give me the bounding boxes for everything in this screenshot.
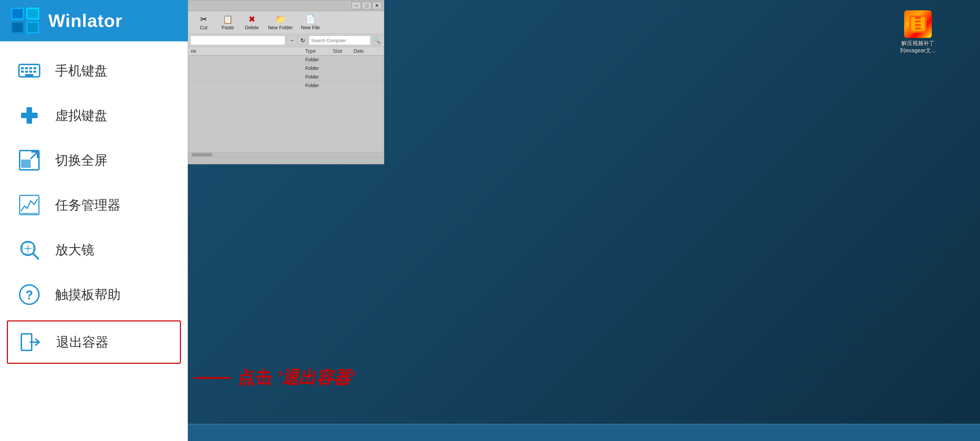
svg-rect-9 bbox=[21, 67, 24, 69]
svg-line-27 bbox=[33, 253, 38, 259]
sidebar-item-task-manager-label: 任务管理器 bbox=[55, 196, 121, 214]
sidebar-menu: 手机键盘 虚拟键盘 bbox=[0, 41, 188, 441]
table-row[interactable]: Folder bbox=[188, 64, 384, 73]
file-manager-toolbar: ✂ Cut 📋 Paste ✖ Delete 📁 New Folder 📄 Ne… bbox=[188, 11, 384, 34]
sidebar: Winlator bbox=[0, 0, 188, 441]
close-button[interactable]: ✕ bbox=[372, 2, 382, 9]
exit-icon bbox=[18, 330, 42, 354]
maximize-button[interactable]: □ bbox=[362, 2, 371, 9]
fullscreen-icon bbox=[17, 148, 41, 172]
sidebar-item-exit[interactable]: 退出容器 bbox=[7, 320, 181, 364]
svg-rect-40 bbox=[915, 27, 921, 29]
svg-rect-38 bbox=[915, 21, 921, 22]
sidebar-item-virtual-keyboard-label: 虚拟键盘 bbox=[55, 107, 108, 124]
archive-icon bbox=[904, 10, 932, 38]
app-title: Winlator bbox=[48, 10, 123, 31]
new-file-label: New File bbox=[301, 25, 320, 30]
svg-rect-14 bbox=[25, 71, 28, 73]
svg-rect-16 bbox=[33, 71, 36, 73]
svg-rect-11 bbox=[29, 67, 32, 69]
desktop: Winlator bbox=[0, 0, 980, 441]
sidebar-item-keyboard-label: 手机键盘 bbox=[55, 62, 108, 80]
paste-label: Paste bbox=[221, 25, 234, 30]
scrollbar-thumb[interactable] bbox=[192, 153, 212, 156]
svg-rect-17 bbox=[25, 74, 33, 76]
svg-rect-12 bbox=[33, 67, 36, 69]
file-type-cell: Folder bbox=[305, 57, 333, 62]
svg-rect-23 bbox=[21, 159, 31, 168]
desktop-icon-label: 解压视频补丁到exagear文... bbox=[900, 40, 935, 54]
horizontal-scrollbar[interactable] bbox=[188, 152, 384, 157]
sidebar-item-fullscreen-label: 切换全屏 bbox=[55, 151, 108, 169]
svg-rect-13 bbox=[21, 71, 24, 73]
svg-rect-4 bbox=[13, 9, 23, 18]
file-manager-window: − □ ✕ ✂ Cut 📋 Paste ✖ Delete 📁 New Folde… bbox=[188, 0, 384, 164]
gamepad-icon bbox=[17, 103, 41, 127]
svg-rect-15 bbox=[29, 71, 32, 73]
file-table-header: ne Type Size Date bbox=[188, 47, 384, 56]
svg-rect-6 bbox=[13, 23, 23, 32]
winlator-logo bbox=[10, 7, 41, 35]
status-bar bbox=[188, 157, 384, 164]
file-list: Folder Folder Folder Folder bbox=[188, 56, 384, 152]
new-file-button[interactable]: 📄 New File bbox=[297, 13, 324, 32]
delete-label: Delete bbox=[245, 25, 259, 30]
magnifier-icon bbox=[17, 238, 41, 262]
svg-point-20 bbox=[27, 113, 32, 118]
help-icon: ? bbox=[17, 282, 41, 307]
sidebar-item-magnifier-label: 放大镜 bbox=[55, 241, 94, 259]
paste-icon: 📋 bbox=[223, 14, 233, 24]
delete-icon: ✖ bbox=[248, 14, 255, 24]
column-size-header: Size bbox=[333, 48, 353, 54]
column-date-header: Date bbox=[353, 48, 381, 54]
svg-rect-37 bbox=[915, 17, 921, 19]
sidebar-item-magnifier[interactable]: 放大镜 bbox=[0, 228, 188, 272]
table-row[interactable]: Folder bbox=[188, 81, 384, 90]
task-manager-icon bbox=[17, 193, 41, 217]
navigate-forward-button[interactable]: → bbox=[287, 35, 296, 45]
cut-button[interactable]: ✂ Cut bbox=[192, 13, 216, 32]
svg-line-22 bbox=[31, 153, 37, 159]
svg-rect-7 bbox=[27, 23, 38, 32]
svg-rect-10 bbox=[25, 67, 28, 69]
table-row[interactable]: Folder bbox=[188, 56, 384, 64]
refresh-button[interactable]: ↻ bbox=[298, 35, 307, 45]
new-folder-label: New Folder bbox=[268, 25, 293, 30]
search-input[interactable] bbox=[309, 35, 371, 45]
sidebar-item-keyboard[interactable]: 手机键盘 bbox=[0, 48, 188, 93]
file-type-cell: Folder bbox=[305, 65, 333, 71]
address-input[interactable] bbox=[190, 35, 285, 45]
file-type-cell: Folder bbox=[305, 83, 333, 88]
column-name-header: ne bbox=[191, 48, 305, 54]
svg-rect-5 bbox=[27, 9, 38, 18]
address-bar: → ↻ 🔍 bbox=[188, 34, 384, 47]
sidebar-header: Winlator bbox=[0, 0, 188, 41]
delete-button[interactable]: ✖ Delete bbox=[240, 13, 264, 32]
new-folder-icon: 📁 bbox=[275, 14, 286, 24]
paste-button[interactable]: 📋 Paste bbox=[216, 13, 240, 32]
minimize-button[interactable]: − bbox=[352, 2, 361, 9]
new-folder-button[interactable]: 📁 New Folder bbox=[264, 13, 297, 32]
file-type-cell: Folder bbox=[305, 74, 333, 80]
search-button[interactable]: 🔍 bbox=[372, 35, 382, 45]
sidebar-item-virtual-keyboard[interactable]: 虚拟键盘 bbox=[0, 93, 188, 138]
cut-icon: ✂ bbox=[200, 14, 207, 24]
svg-rect-39 bbox=[915, 24, 921, 26]
column-type-header: Type bbox=[305, 48, 333, 54]
window-titlebar: − □ ✕ bbox=[188, 0, 384, 11]
sidebar-item-touchpad-help-label: 触摸板帮助 bbox=[55, 286, 121, 304]
sidebar-item-touchpad-help[interactable]: ? 触摸板帮助 bbox=[0, 272, 188, 317]
annotation-area: 点击 '退出容器' bbox=[193, 366, 355, 389]
sidebar-item-exit-label: 退出容器 bbox=[56, 333, 108, 351]
annotation-label-text: '退出容器' bbox=[277, 366, 355, 389]
desktop-icon-archive[interactable]: 解压视频补丁到exagear文... bbox=[897, 10, 939, 54]
annotation-click-text: 点击 bbox=[238, 366, 272, 389]
svg-text:?: ? bbox=[25, 288, 33, 302]
annotation-arrow-left bbox=[193, 369, 234, 387]
cut-label: Cut bbox=[200, 25, 207, 30]
sidebar-item-fullscreen[interactable]: 切换全屏 bbox=[0, 138, 188, 183]
keyboard-icon bbox=[17, 59, 41, 83]
new-file-icon: 📄 bbox=[305, 14, 316, 24]
sidebar-item-task-manager[interactable]: 任务管理器 bbox=[0, 183, 188, 228]
table-row[interactable]: Folder bbox=[188, 73, 384, 81]
